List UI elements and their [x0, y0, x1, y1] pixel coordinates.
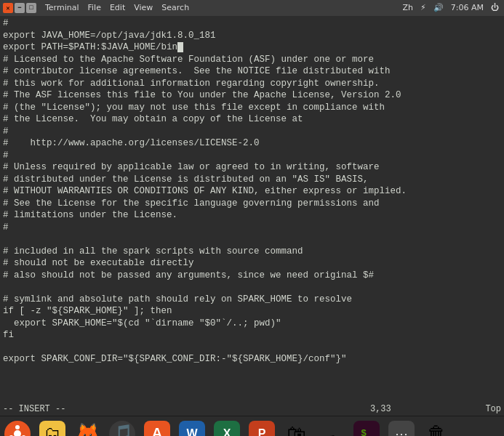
- menu-bar: Terminal File Edit View Search: [41, 0, 399, 16]
- terminal-line: # symlink and absolute path should rely …: [3, 294, 501, 306]
- maximize-button[interactable]: □: [26, 3, 36, 13]
- system-tray: Zh ⚡ 🔊 7:06 AM ⏻: [401, 0, 501, 16]
- top-bar: ✕ − □ Terminal File Edit View Search Zh …: [0, 0, 504, 16]
- volume-icon[interactable]: 🔊: [431, 0, 446, 16]
- bluetooth-icon[interactable]: ⚡: [418, 0, 428, 16]
- vim-position: 3,33 Top: [370, 404, 501, 414]
- terminal-line: if [ -z "${SPARK_HOME}" ]; then: [3, 305, 501, 318]
- menu-view[interactable]: View: [129, 0, 157, 16]
- taskbar: 🗂 🦊 🎵 A W X P 🛍 ☁ $_ ⋯ 🗑: [0, 416, 504, 436]
- terminal-line: # (the "License"); you may not use this …: [3, 102, 501, 114]
- taskbar-rhythmbox[interactable]: 🎵: [105, 418, 140, 437]
- menu-search[interactable]: Search: [157, 0, 193, 16]
- terminal-line: # included in all the spark scripts with…: [3, 246, 501, 258]
- terminal-line: # also should not be passed any argument…: [3, 270, 501, 282]
- terminal-line: # limitations under the License.: [3, 209, 501, 222]
- terminal-line: # Unless required by applicable law or a…: [3, 161, 501, 174]
- menu-file[interactable]: File: [84, 0, 105, 16]
- terminal-line: # contributor license agreements. See th…: [3, 65, 501, 78]
- vim-mode: -- INSERT --: [3, 404, 65, 414]
- taskbar-word[interactable]: W: [175, 418, 209, 437]
- minimize-button[interactable]: −: [15, 3, 25, 13]
- terminal-line: #: [3, 17, 501, 30]
- terminal-line: export SPARK_CONF_DIR="${SPARK_CONF_DIR:…: [3, 353, 501, 366]
- taskbar-appgrid[interactable]: ⋯: [384, 418, 419, 437]
- terminal-line: [3, 342, 501, 354]
- cursor: [177, 42, 183, 52]
- terminal-line: export PATH=$PATH:$JAVA_HOME/bin: [3, 41, 501, 54]
- terminal-line: # WITHOUT WARRANTIES OR CONDITIONS OF AN…: [3, 185, 501, 198]
- terminal-line: # distributed under the License is distr…: [3, 174, 501, 186]
- menu-edit[interactable]: Edit: [105, 0, 129, 16]
- status-bar: -- INSERT -- 3,33 Top: [0, 403, 504, 416]
- taskbar-internet[interactable]: 🛍: [279, 418, 314, 437]
- taskbar-store[interactable]: ☁: [314, 418, 349, 437]
- terminal-line: export JAVA_HOME=/opt/java/jdk1.8.0_181: [3, 30, 501, 42]
- terminal-line: #: [3, 222, 501, 234]
- taskbar-terminal[interactable]: $_: [349, 418, 384, 437]
- terminal-line: #: [3, 150, 501, 162]
- taskbar-ubuntu-software[interactable]: A: [140, 418, 175, 437]
- keyboard-layout-icon[interactable]: Zh: [401, 0, 416, 16]
- taskbar-ubuntu[interactable]: [0, 418, 35, 437]
- close-button[interactable]: ✕: [3, 3, 13, 13]
- menu-terminal[interactable]: Terminal: [41, 0, 84, 16]
- terminal-line: fi: [3, 329, 501, 342]
- terminal-line: # this work for additional information r…: [3, 78, 501, 90]
- terminal-line: [3, 233, 501, 246]
- taskbar-firefox[interactable]: 🦊: [70, 418, 105, 437]
- terminal-line: # the License. You may obtain a copy of …: [3, 113, 501, 126]
- terminal-line: #: [3, 126, 501, 138]
- taskbar-trash[interactable]: 🗑: [419, 418, 454, 437]
- terminal-line: export SPARK_HOME="$(cd "`dirname "$0"`/…: [3, 318, 501, 330]
- clock[interactable]: 7:06 AM: [449, 0, 486, 16]
- terminal-line: # http://www.apache.org/licenses/LICENSE…: [3, 137, 501, 150]
- terminal-line: # should not be executable directly: [3, 257, 501, 270]
- svg-point-2: [15, 425, 20, 429]
- power-icon[interactable]: ⏻: [489, 0, 501, 16]
- terminal-line: # See the License for the specific langu…: [3, 198, 501, 210]
- terminal-line: # Licensed to the Apache Software Founda…: [3, 54, 501, 66]
- taskbar-excel[interactable]: X: [209, 418, 244, 437]
- terminal-line: # The ASF licenses this file to You unde…: [3, 89, 501, 102]
- taskbar-files[interactable]: 🗂: [35, 418, 70, 437]
- terminal-line: [3, 281, 501, 294]
- taskbar-powerpoint[interactable]: P: [244, 418, 279, 437]
- terminal-content: #export JAVA_HOME=/opt/java/jdk1.8.0_181…: [0, 16, 504, 403]
- terminal-lines: #export JAVA_HOME=/opt/java/jdk1.8.0_181…: [3, 17, 501, 366]
